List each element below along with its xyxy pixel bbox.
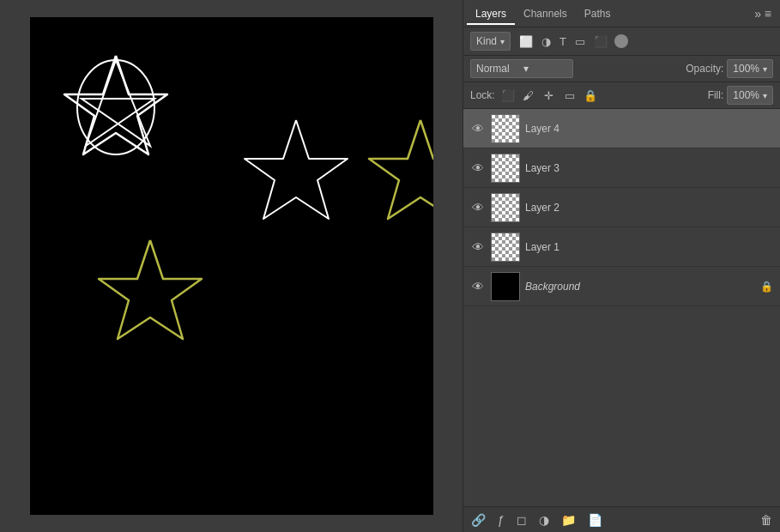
panel-more-button[interactable]: » ≡ (749, 3, 777, 24)
opacity-value-text: 100% (733, 63, 759, 75)
layer-item-3[interactable]: 👁 Layer 3 (463, 148, 780, 188)
fill-value-text: 100% (733, 89, 759, 101)
kind-dropdown[interactable]: Kind ▾ (470, 32, 511, 51)
tab-channels[interactable]: Channels (515, 3, 576, 25)
layer-3-visibility-icon[interactable]: 👁 (470, 161, 486, 175)
canvas-area (0, 0, 463, 532)
lock-label: Lock: (470, 89, 495, 101)
fill-input[interactable]: 100% ▾ (727, 86, 773, 105)
lock-transparent-icon[interactable]: ⬛ (500, 88, 516, 103)
tab-paths[interactable]: Paths (576, 3, 620, 25)
canvas-background (30, 17, 433, 515)
filter-image-icon[interactable]: ⬜ (517, 33, 535, 50)
opacity-section: Opacity: 100% ▾ (686, 59, 773, 78)
lock-artboard-icon[interactable]: ▭ (562, 88, 577, 103)
filter-adjustment-icon[interactable]: ◑ (540, 33, 553, 50)
group-layers-button[interactable]: 📁 (559, 511, 578, 529)
lock-all-icon[interactable]: 🔒 (583, 88, 598, 103)
layer-1-thumbnail (491, 233, 520, 262)
kind-arrow-icon: ▾ (500, 37, 505, 46)
lock-icons-group: ⬛ 🖌 ✛ ▭ 🔒 (500, 88, 598, 103)
lock-image-icon[interactable]: 🖌 (521, 88, 536, 103)
layer-4-visibility-icon[interactable]: 👁 (470, 122, 486, 136)
background-lock-icon: 🔒 (760, 281, 773, 293)
background-thumbnail (491, 272, 520, 301)
link-layers-button[interactable]: 🔗 (469, 511, 488, 529)
opacity-label: Opacity: (686, 63, 723, 75)
layer-4-name: Layer 4 (525, 123, 773, 135)
layer-3-name: Layer 3 (525, 162, 773, 174)
layer-4-thumbnail (491, 114, 520, 143)
lock-row: Lock: ⬛ 🖌 ✛ ▭ 🔒 Fill: 100% ▾ (463, 82, 780, 109)
background-layer-name: Background (525, 281, 755, 293)
tabs-bar: Layers Channels Paths » ≡ (463, 0, 780, 27)
layer-2-name: Layer 2 (525, 202, 773, 214)
adjustment-layer-button[interactable]: ◑ (536, 511, 552, 529)
layer-2-thumbnail (491, 193, 520, 222)
delete-layer-button[interactable]: 🗑 (758, 511, 775, 529)
layer-1-name: Layer 1 (525, 241, 773, 253)
filter-row: Kind ▾ ⬜ ◑ T ▭ ⬛ (463, 27, 780, 56)
kind-label: Kind (476, 35, 497, 47)
opacity-arrow-icon: ▾ (763, 64, 767, 74)
tab-layers[interactable]: Layers (467, 3, 515, 25)
layer-mask-button[interactable]: ◻ (514, 511, 529, 529)
layer-style-button[interactable]: ƒ (495, 511, 507, 529)
lock-position-icon[interactable]: ✛ (541, 88, 557, 103)
opacity-input[interactable]: 100% ▾ (727, 59, 773, 78)
filter-text-icon[interactable]: T (558, 33, 568, 50)
filter-smartobj-icon[interactable]: ⬛ (592, 33, 609, 50)
blend-mode-dropdown[interactable]: Normal ▾ (470, 59, 573, 78)
filter-toggle-icon[interactable] (614, 34, 628, 48)
layer-item-2[interactable]: 👁 Layer 2 (463, 188, 780, 227)
fill-section: Fill: 100% ▾ (708, 86, 773, 105)
layer-item-1[interactable]: 👁 Layer 1 (463, 227, 780, 267)
blend-mode-arrow-icon: ▾ (523, 63, 567, 75)
blend-row: Normal ▾ Opacity: 100% ▾ (463, 56, 780, 82)
layer-item-background[interactable]: 👁 Background 🔒 (463, 267, 780, 306)
fill-arrow-icon: ▾ (763, 91, 767, 100)
layer-1-visibility-icon[interactable]: 👁 (470, 240, 486, 254)
layer-3-thumbnail (491, 154, 520, 183)
background-visibility-icon[interactable]: 👁 (470, 280, 486, 293)
right-panel: Layers Channels Paths » ≡ Kind ▾ ⬜ ◑ T ▭… (463, 0, 780, 532)
layers-list: 👁 Layer 4 👁 Layer 3 👁 Layer 2 👁 Layer 1 … (463, 109, 780, 506)
filter-icons: ⬜ ◑ T ▭ ⬛ (517, 33, 628, 50)
layer-2-visibility-icon[interactable]: 👁 (470, 201, 486, 215)
fill-label: Fill: (708, 89, 724, 101)
blend-mode-label: Normal (476, 63, 520, 75)
filter-shape-icon[interactable]: ▭ (573, 33, 587, 50)
new-layer-button[interactable]: 📄 (585, 511, 605, 529)
bottom-toolbar: 🔗 ƒ ◻ ◑ 📁 📄 🗑 (463, 506, 780, 532)
layer-item-4[interactable]: 👁 Layer 4 (463, 109, 780, 148)
